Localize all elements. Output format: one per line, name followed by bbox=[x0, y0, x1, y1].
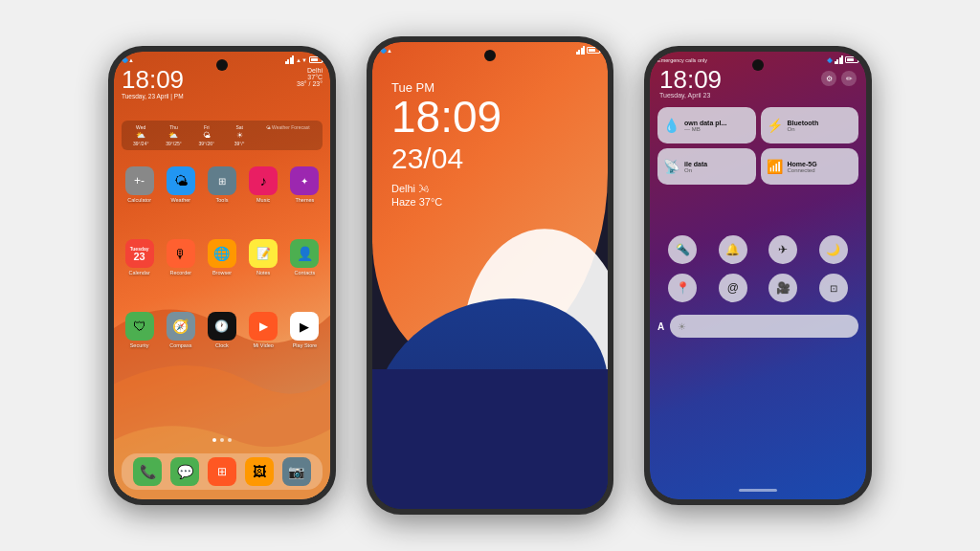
app-music[interactable]: ♪ Music bbox=[246, 166, 281, 203]
dot-2 bbox=[220, 438, 224, 442]
phone-2: 🔷▲ Tue PM 18:09 23/04 Delhi 🌬 Haze 37°C bbox=[367, 36, 613, 515]
tile-cellular-text: ile data On bbox=[684, 161, 707, 173]
status-left-2: 🔷▲ bbox=[380, 47, 392, 54]
phone-1: 🔷▲ ▲▼ 18:09 Tuesday, 23 April | PM Delhi… bbox=[108, 46, 336, 505]
phone-2-screen: 🔷▲ Tue PM 18:09 23/04 Delhi 🌬 Haze 37°C bbox=[372, 42, 608, 509]
tile-bluetooth-text: Bluetooth On bbox=[788, 120, 819, 132]
weather-forecast-label: 🌤 Weather Forecast bbox=[256, 124, 319, 146]
app-contacts[interactable]: 👤 Contacts bbox=[287, 239, 323, 276]
location-btn[interactable]: 📍 bbox=[668, 274, 697, 302]
cellular-icon: 📡 bbox=[663, 159, 679, 174]
dot-1 bbox=[212, 438, 216, 442]
status-right-1: ▲▼ bbox=[285, 55, 323, 64]
settings-icon[interactable]: ⚙ bbox=[821, 71, 836, 86]
phone-2-date: 23/04 bbox=[391, 143, 501, 175]
phone-1-weather-bar: Wed⛅39°/24° Thu⛅39°/25° Fri🌤39°/26° Sat☀… bbox=[122, 121, 323, 150]
home-indicator-3 bbox=[739, 489, 777, 492]
app-themes[interactable]: ✦ Themes bbox=[287, 166, 323, 203]
app-compass[interactable]: 🧭 Compass bbox=[163, 312, 198, 348]
app-clock[interactable]: 🕐 Clock bbox=[204, 312, 239, 348]
app-grid-row3: 🛡 Security 🧭 Compass 🕐 Clock ▶ Mi Video … bbox=[122, 312, 323, 348]
control-tiles: 💧 own data pl... --- MB ⚡ Bluetooth On 📡 bbox=[657, 107, 858, 185]
nfc-btn[interactable]: @ bbox=[719, 274, 747, 302]
mobile-data-icon: 💧 bbox=[663, 118, 679, 133]
phone-1-location: Delhi bbox=[297, 67, 323, 74]
app-notes[interactable]: 📝 Notes bbox=[246, 239, 281, 276]
dock: 📞 💬 ⊞ 🖼 📷 bbox=[122, 453, 323, 490]
phone-2-city: Delhi 🌬 bbox=[391, 183, 501, 194]
app-browser[interactable]: 🌐 Browser bbox=[204, 239, 239, 276]
tile-mobile-data-text: own data pl... --- MB bbox=[684, 120, 726, 132]
dock-appvault[interactable]: ⊞ bbox=[208, 457, 236, 486]
app-weather[interactable]: 🌤 Weather bbox=[163, 166, 198, 203]
bluetooth-icon: ⚡ bbox=[767, 118, 783, 133]
flashlight-btn[interactable]: 🔦 bbox=[668, 235, 697, 264]
phone-3-date: Tuesday, April 23 bbox=[659, 92, 857, 99]
punch-hole-3 bbox=[752, 59, 764, 71]
screen-record-btn[interactable]: 🎥 bbox=[768, 274, 797, 302]
phone-2-big-time: 18:09 bbox=[391, 95, 501, 139]
focus-btn[interactable]: 🌙 bbox=[819, 235, 848, 264]
weather-wed: Wed⛅39°/24° bbox=[125, 124, 156, 146]
app-security[interactable]: 🛡 Security bbox=[122, 312, 157, 348]
phone-1-temp: 37°C bbox=[297, 74, 323, 80]
dock-messages[interactable]: 💬 bbox=[170, 457, 199, 486]
phone-3-screen: Emergency calls only 🔷 18:09 Tuesday, Ap… bbox=[650, 52, 866, 499]
ctrl-icon-row-2: 📍 @ 🎥 ⊡ bbox=[657, 274, 858, 302]
app-tools[interactable]: ⊞ Tools bbox=[204, 166, 239, 203]
brightness-sun-icon: ☀ bbox=[678, 321, 686, 332]
phone-3: Emergency calls only 🔷 18:09 Tuesday, Ap… bbox=[644, 46, 872, 505]
alarm-btn[interactable]: 🔔 bbox=[719, 235, 747, 264]
brightness-row: A ☀ bbox=[657, 315, 858, 338]
app-grid-row1: +- Calculator 🌤 Weather ⊞ Tools ♪ Music … bbox=[122, 166, 323, 203]
airplane-btn[interactable]: ✈ bbox=[768, 235, 797, 264]
status-emergency: Emergency calls only bbox=[657, 57, 707, 63]
phone-1-screen: 🔷▲ ▲▼ 18:09 Tuesday, 23 April | PM Delhi… bbox=[114, 52, 330, 499]
phone-3-top-right: ⚙ ✏ bbox=[821, 71, 857, 86]
app-mi-video[interactable]: ▶ Mi Video bbox=[246, 312, 281, 348]
weather-sat: Sat☀39°/° bbox=[224, 124, 255, 146]
phone-2-weather: Haze 37°C bbox=[391, 196, 501, 208]
edit-icon[interactable]: ✏ bbox=[841, 71, 857, 86]
phone-1-weather-info: Delhi 37°C 38° / 23° bbox=[297, 67, 323, 87]
tile-cellular[interactable]: 📡 ile data On bbox=[657, 148, 756, 185]
ctrl-icon-row-1: 🔦 🔔 ✈ 🌙 bbox=[657, 235, 858, 264]
phone-1-date: Tuesday, 23 April | PM bbox=[122, 93, 184, 99]
phone-1-bg: 🔷▲ ▲▼ 18:09 Tuesday, 23 April | PM Delhi… bbox=[114, 52, 330, 499]
phone-2-clock: Tue PM 18:09 23/04 Delhi 🌬 Haze 37°C bbox=[391, 80, 501, 208]
dock-gallery[interactable]: 🖼 bbox=[245, 457, 274, 486]
dock-phone[interactable]: 📞 bbox=[133, 457, 162, 486]
phone-1-temp-range: 38° / 23° bbox=[297, 80, 323, 87]
app-calendar[interactable]: Tuesday 23 Calendar bbox=[122, 239, 157, 276]
app-calculator[interactable]: +- Calculator bbox=[122, 166, 157, 203]
wallpaper-blue2 bbox=[372, 369, 608, 509]
weather-fri: Fri🌤39°/26° bbox=[191, 124, 222, 146]
dot-3 bbox=[228, 438, 232, 442]
tile-wifi[interactable]: 📶 Home-5G Connected bbox=[761, 148, 859, 185]
weather-thu: Thu⛅39°/25° bbox=[158, 124, 189, 146]
screenshot-btn[interactable]: ⊡ bbox=[819, 274, 848, 302]
phone-1-time: 18:09 bbox=[122, 67, 184, 92]
phone-2-bg: 🔷▲ Tue PM 18:09 23/04 Delhi 🌬 Haze 37°C bbox=[372, 42, 608, 509]
tile-mobile-data[interactable]: 💧 own data pl... --- MB bbox=[657, 107, 756, 143]
brightness-slider[interactable]: ☀ bbox=[670, 315, 858, 338]
app-grid-row2: Tuesday 23 Calendar 🎙 Recorder 🌐 Browser… bbox=[122, 239, 323, 276]
phone-3-bg: Emergency calls only 🔷 18:09 Tuesday, Ap… bbox=[650, 52, 866, 499]
punch-hole-2 bbox=[484, 50, 496, 61]
dock-camera[interactable]: 📷 bbox=[282, 457, 311, 486]
status-left-1: 🔷▲ bbox=[122, 56, 134, 63]
status-right-3: 🔷 bbox=[827, 55, 859, 64]
app-play-store[interactable]: ▶ Play Store bbox=[287, 312, 323, 348]
wifi-icon: 📶 bbox=[767, 159, 783, 174]
status-right-2 bbox=[576, 46, 601, 55]
brightness-a-label: A bbox=[657, 321, 664, 332]
tile-wifi-text: Home-5G Connected bbox=[788, 161, 817, 173]
tile-bluetooth[interactable]: ⚡ Bluetooth On bbox=[761, 107, 859, 143]
phone-1-time-widget: 18:09 Tuesday, 23 April | PM bbox=[122, 67, 184, 99]
app-recorder[interactable]: 🎙 Recorder bbox=[163, 239, 198, 276]
page-dots bbox=[114, 438, 330, 442]
punch-hole-1 bbox=[216, 59, 228, 71]
